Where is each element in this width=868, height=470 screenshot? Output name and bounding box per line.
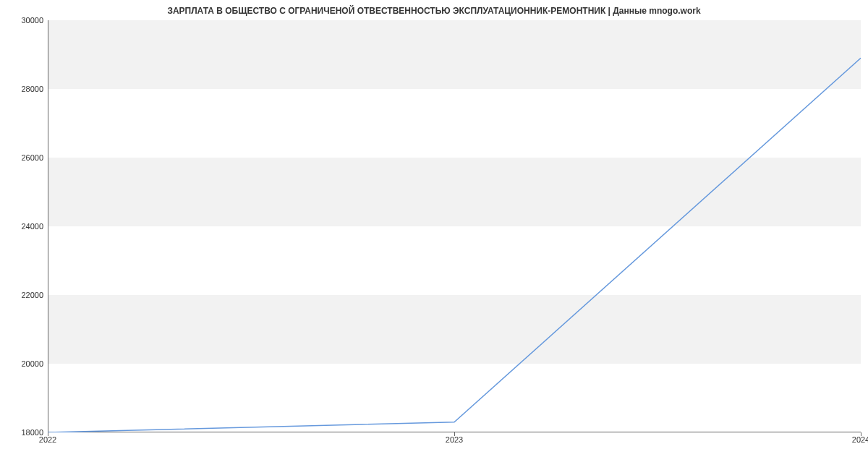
- chart-title: ЗАРПЛАТА В ОБЩЕСТВО С ОГРАНИЧЕНОЙ ОТВЕСТ…: [0, 6, 868, 16]
- y-tick-label: 20000: [4, 359, 43, 368]
- y-tick-label: 30000: [4, 16, 43, 25]
- plot-area: [48, 20, 861, 432]
- x-tick-label: 2024: [852, 435, 868, 444]
- y-tick-label: 26000: [4, 153, 43, 162]
- y-tick-label: 18000: [4, 428, 43, 437]
- chart-container: ЗАРПЛАТА В ОБЩЕСТВО С ОГРАНИЧЕНОЙ ОТВЕСТ…: [0, 0, 868, 470]
- y-tick-label: 24000: [4, 222, 43, 231]
- x-tick-label: 2022: [39, 435, 56, 444]
- grid-band: [48, 158, 861, 226]
- grid-band: [48, 295, 861, 364]
- grid-band: [48, 20, 861, 89]
- x-tick-label: 2023: [446, 435, 463, 444]
- y-tick-label: 28000: [4, 85, 43, 93]
- y-tick-label: 22000: [4, 291, 43, 299]
